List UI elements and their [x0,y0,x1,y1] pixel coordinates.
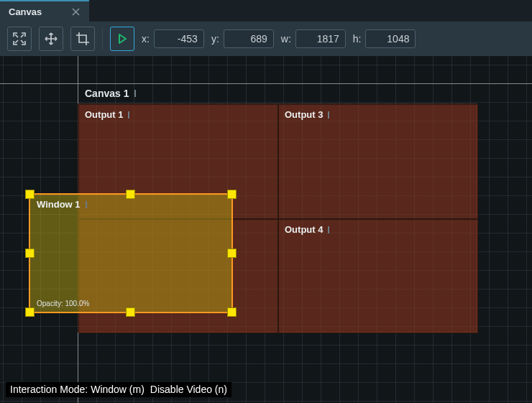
text-cursor-icon [86,201,87,208]
crop-icon [75,32,90,46]
coord-x-label: x: [142,33,150,45]
coord-y-label: y: [211,33,219,45]
window-label[interactable]: Window 1 [37,199,87,210]
close-icon[interactable] [70,6,81,17]
status-bar: Interaction Mode: Window (m) Disable Vid… [6,382,231,397]
canvas-label-text: Canvas 1 [85,88,129,99]
coord-y-group: y: [211,29,274,48]
output-1-label-text: Output 1 [85,109,123,120]
status-prefix: Interaction Mode: [10,384,88,395]
output-3[interactable]: Output 3 [278,104,478,219]
coord-x-input[interactable] [154,29,204,48]
window-opacity-label: Opacity: 100.0% [37,300,89,307]
selected-window[interactable]: Window 1 Opacity: 100.0% [29,193,233,313]
resize-handle-top-right[interactable] [227,190,237,199]
canvas-viewport[interactable]: Canvas 1 Output 1 Output 3 [0,56,532,403]
text-cursor-icon [328,111,329,119]
status-extra: Disable Video (n) [150,384,227,395]
coord-w-input[interactable] [295,29,346,48]
tab-title: Canvas [9,6,42,17]
text-cursor-icon [134,90,136,97]
status-mode: Window (m) [91,384,145,395]
play-icon [116,33,128,45]
resize-handle-bottom-left[interactable] [25,307,35,317]
fit-extents-icon [12,32,27,46]
crop-tool-button[interactable] [70,27,95,51]
panel-tabbar: Canvas [0,0,532,22]
window-label-text: Window 1 [37,199,81,210]
coord-w-group: w: [281,29,346,48]
canvas-panel: Canvas [0,0,532,403]
coord-w-label: w: [281,33,291,45]
coord-x-group: x: [142,29,204,48]
canvas-label[interactable]: Canvas 1 [78,83,136,103]
play-button[interactable] [110,27,134,51]
tab-canvas[interactable]: Canvas [0,0,89,22]
resize-handle-bottom-right[interactable] [227,307,237,317]
resize-handle-top-left[interactable] [25,190,35,199]
resize-handle-middle-right[interactable] [227,249,237,258]
output-3-label: Output 3 [285,109,329,120]
toolbar-divider [102,28,103,50]
fit-extents-button[interactable] [7,27,32,51]
text-cursor-icon [328,226,329,233]
output-4[interactable]: Output 4 [278,219,478,333]
output-3-label-text: Output 3 [285,109,323,120]
canvas-toolbar: x: y: w: h: [0,22,532,56]
coord-h-group: h: [353,29,416,48]
resize-handle-middle-left[interactable] [25,249,35,258]
coord-h-input[interactable] [365,29,416,48]
move-tool-button[interactable] [39,27,63,51]
move-icon [44,32,58,46]
output-4-label: Output 4 [285,224,329,235]
output-4-label-text: Output 4 [285,224,323,235]
resize-handle-top-middle[interactable] [126,190,135,199]
coord-y-input[interactable] [224,29,274,48]
resize-handle-bottom-middle[interactable] [126,307,135,317]
output-1-label: Output 1 [85,109,129,120]
coord-h-label: h: [353,33,362,45]
text-cursor-icon [128,111,129,119]
